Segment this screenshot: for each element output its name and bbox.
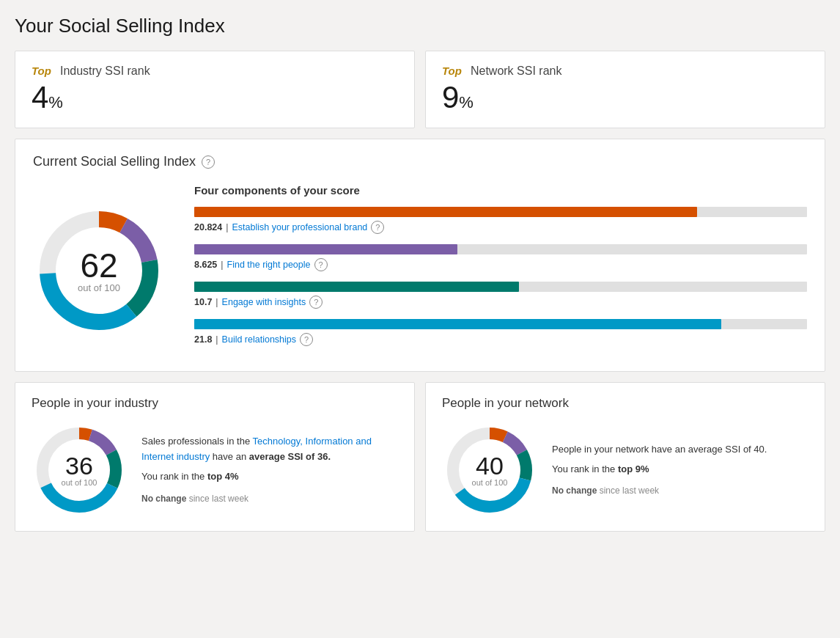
component-help-4[interactable]: ? (300, 333, 313, 346)
components-title: Four components of your score (194, 184, 807, 197)
industry-score: 36 (62, 453, 97, 478)
industry-donut: 36 out of 100 (32, 422, 127, 518)
network-description: People in your network have an average S… (552, 442, 767, 499)
network-out-of: out of 100 (472, 478, 508, 487)
components-section: Four components of your score 20.824 | E… (194, 184, 807, 356)
component-bar-2: 8.625 | Find the right people ? (194, 244, 807, 271)
industry-rank-title: Industry SSI rank (60, 65, 150, 78)
bar-link-4[interactable]: Build relationships (222, 334, 296, 345)
network-people-title: People in your network (442, 396, 808, 411)
industry-description: Sales professionals in the Technology, I… (141, 434, 398, 506)
bar-value-1: 20.824 (194, 222, 222, 232)
industry-rank-card: Top Industry SSI rank 4% (15, 51, 415, 128)
ssi-score: 62 (78, 248, 120, 282)
network-rank-card: Top Network SSI rank 9% (425, 51, 825, 128)
ssi-donut-chart: 62 out of 100 (33, 205, 165, 337)
bar-link-1[interactable]: Establish your professional brand (232, 222, 367, 232)
bar-track-4 (194, 319, 807, 329)
component-bar-1: 20.824 | Establish your professional bra… (194, 207, 807, 234)
component-bar-4: 21.8 | Build relationships ? (194, 319, 807, 346)
bar-track-1 (194, 207, 807, 217)
industry-rank-value: 4% (32, 81, 398, 114)
bar-track-3 (194, 282, 807, 292)
bar-link-3[interactable]: Engage with insights (222, 297, 306, 307)
bar-fill-1 (194, 207, 697, 217)
component-help-2[interactable]: ? (314, 258, 328, 271)
network-top-label: Top (442, 65, 462, 77)
bar-value-2: 8.625 (194, 260, 217, 270)
bar-track-2 (194, 244, 807, 254)
page-title: Your Social Selling Index (15, 15, 825, 37)
component-help-1[interactable]: ? (371, 221, 384, 234)
component-bar-3: 10.7 | Engage with insights ? (194, 282, 807, 309)
bar-fill-3 (194, 282, 519, 292)
bar-link-2[interactable]: Find the right people (227, 260, 311, 270)
ssi-title: Current Social Selling Index ? (33, 154, 807, 169)
bar-fill-2 (194, 244, 457, 254)
ssi-help-icon[interactable]: ? (202, 155, 215, 169)
industry-out-of: out of 100 (62, 478, 97, 487)
bar-fill-4 (194, 319, 721, 329)
network-rank-title: Network SSI rank (471, 65, 561, 78)
network-rank-value: 9% (442, 81, 808, 114)
network-donut: 40 out of 100 (442, 422, 537, 518)
industry-top-label: Top (32, 65, 51, 77)
industry-people-title: People in your industry (32, 396, 398, 411)
ssi-out-of: out of 100 (78, 282, 120, 293)
industry-people-card: People in your industry 36 out of 100 (15, 382, 415, 532)
bar-value-3: 10.7 (194, 297, 212, 307)
component-help-3[interactable]: ? (309, 296, 323, 309)
network-score: 40 (472, 453, 508, 478)
network-people-card: People in your network 40 out of 100 (425, 382, 825, 532)
bar-value-4: 21.8 (194, 334, 212, 345)
ssi-card: Current Social Selling Index ? (15, 139, 825, 372)
